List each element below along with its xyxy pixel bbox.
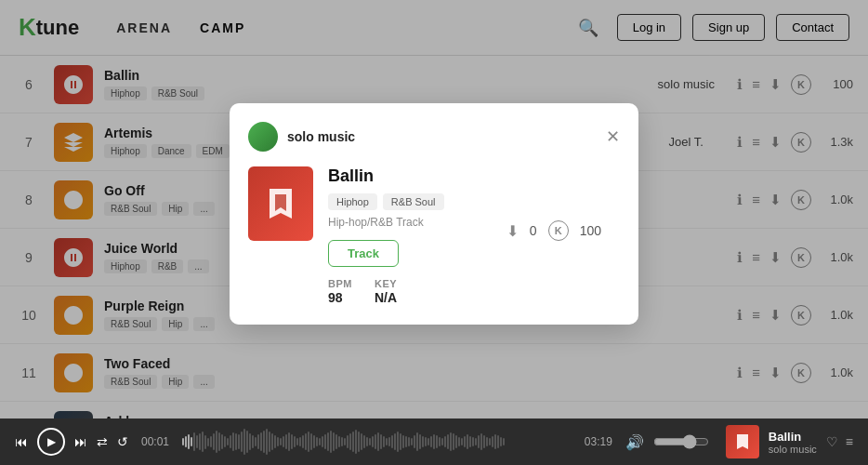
waveform-bar[interactable] <box>260 432 262 451</box>
waveform-bar[interactable] <box>383 436 385 447</box>
waveform-bar[interactable] <box>310 433 312 450</box>
waveform-bar[interactable] <box>341 437 343 446</box>
waveform-bar[interactable] <box>503 438 505 445</box>
waveform-bar[interactable] <box>464 436 466 447</box>
waveform-bar[interactable] <box>483 435 485 448</box>
waveform-bar[interactable] <box>363 435 365 448</box>
modal-download-icon[interactable]: ⬇ <box>506 222 519 240</box>
waveform-bar[interactable] <box>333 432 335 451</box>
waveform-bar[interactable] <box>344 438 346 445</box>
waveform-bar[interactable] <box>372 436 374 447</box>
waveform-bar[interactable] <box>243 429 245 455</box>
waveform-bar[interactable] <box>461 438 463 445</box>
waveform-bar[interactable] <box>455 435 457 448</box>
waveform-bar[interactable] <box>213 433 215 450</box>
waveform-bar[interactable] <box>199 433 201 450</box>
waveform-bar[interactable] <box>182 438 184 445</box>
waveform-bar[interactable] <box>188 434 190 449</box>
waveform-bar[interactable] <box>283 436 284 447</box>
waveform-bar[interactable] <box>257 434 259 449</box>
waveform-bar[interactable] <box>322 436 323 447</box>
waveform-bar[interactable] <box>305 433 307 450</box>
waveform-bar[interactable] <box>386 438 388 445</box>
prev-button[interactable]: ⏮ <box>15 434 28 449</box>
waveform-bar[interactable] <box>361 433 362 450</box>
play-pause-button[interactable]: ▶ <box>37 428 65 456</box>
waveform-bar[interactable] <box>313 435 315 448</box>
waveform-bar[interactable] <box>433 434 435 449</box>
waveform-bar[interactable] <box>388 437 390 446</box>
waveform-bar[interactable] <box>475 438 477 445</box>
waveform-bar[interactable] <box>338 436 340 447</box>
waveform-bar[interactable] <box>472 437 474 446</box>
waveform-bar[interactable] <box>469 436 471 447</box>
waveform-bar[interactable] <box>277 437 279 446</box>
waveform-bar[interactable] <box>439 437 441 446</box>
waveform-bar[interactable] <box>352 432 354 452</box>
waveform-bar[interactable] <box>238 434 240 449</box>
waveform-bar[interactable] <box>274 435 276 448</box>
waveform-bar[interactable] <box>319 438 321 445</box>
waveform-bar[interactable] <box>441 438 443 445</box>
waveform-bar[interactable] <box>414 435 415 448</box>
waveform-bar[interactable] <box>347 435 349 448</box>
waveform-bar[interactable] <box>302 435 304 448</box>
waveform-bar[interactable] <box>266 429 268 455</box>
waveform-bar[interactable] <box>230 435 231 448</box>
waveform-bar[interactable] <box>207 438 209 446</box>
volume-slider[interactable] <box>653 434 709 449</box>
waveform-bar[interactable] <box>397 432 399 452</box>
waveform-bar[interactable] <box>391 435 393 448</box>
waveform-bar[interactable] <box>204 435 206 449</box>
shuffle-button[interactable]: ⇄ <box>97 434 108 449</box>
waveform-bar[interactable] <box>335 434 337 449</box>
waveform-bar[interactable] <box>218 432 220 451</box>
waveform-bar[interactable] <box>497 435 499 448</box>
waveform-bar[interactable] <box>453 433 454 450</box>
waveform-bar[interactable] <box>436 435 438 448</box>
waveform-bar[interactable] <box>394 433 396 450</box>
waveform-bar[interactable] <box>489 438 491 445</box>
waveform-bar[interactable] <box>400 433 401 450</box>
waveform-bar[interactable] <box>422 436 424 447</box>
waveform-bar[interactable] <box>294 436 296 447</box>
waveform-bar[interactable] <box>327 432 329 451</box>
waveform-bar[interactable] <box>221 434 223 449</box>
waveform-bar[interactable] <box>486 437 488 446</box>
waveform-bar[interactable] <box>296 438 298 445</box>
waveform-bar[interactable] <box>280 438 282 445</box>
waveform-bar[interactable] <box>288 432 290 451</box>
modal-overlay[interactable]: solo music ✕ Ballin Hiphop R&B Soul <box>0 0 868 428</box>
waveform-bar[interactable] <box>402 435 404 448</box>
waveform-bar[interactable] <box>366 437 368 446</box>
waveform-bar[interactable] <box>324 434 326 449</box>
waveform-bar[interactable] <box>285 434 287 449</box>
waveform-bar[interactable] <box>425 437 427 446</box>
waveform-bar[interactable] <box>377 432 379 451</box>
waveform-bar[interactable] <box>355 430 357 454</box>
waveform-bar[interactable] <box>419 434 421 449</box>
waveform-bar[interactable] <box>369 438 371 445</box>
waveform-bar[interactable] <box>450 432 452 451</box>
waveform-bar[interactable] <box>291 434 293 449</box>
waveform-bar[interactable] <box>444 436 446 447</box>
waveform[interactable] <box>182 429 572 455</box>
waveform-bar[interactable] <box>255 437 256 446</box>
waveform-bar[interactable] <box>299 437 301 446</box>
waveform-bar[interactable] <box>408 437 410 446</box>
waveform-bar[interactable] <box>411 438 413 445</box>
repeat-button[interactable]: ↺ <box>117 434 128 449</box>
waveform-bar[interactable] <box>427 438 429 445</box>
waveform-bar[interactable] <box>375 434 376 449</box>
waveform-bar[interactable] <box>227 438 229 445</box>
waveform-bar[interactable] <box>430 436 432 447</box>
waveform-bar[interactable] <box>224 436 226 447</box>
waveform-bar[interactable] <box>416 432 418 451</box>
waveform-bar[interactable] <box>492 436 493 447</box>
waveform-bar[interactable] <box>216 431 217 453</box>
next-button[interactable]: ⏭ <box>74 434 87 449</box>
waveform-bar[interactable] <box>249 433 251 450</box>
waveform-bar[interactable] <box>196 435 198 448</box>
waveform-bar[interactable] <box>263 431 265 453</box>
waveform-bar[interactable] <box>241 432 243 452</box>
